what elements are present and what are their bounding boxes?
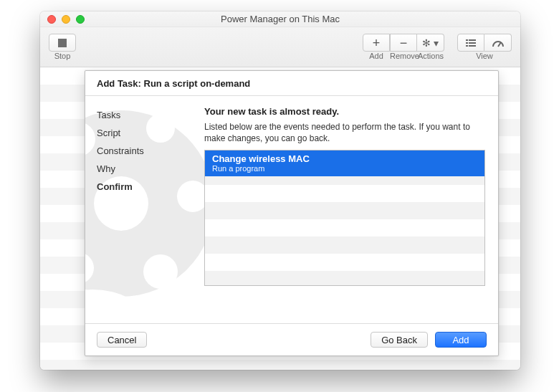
toolbar-remove-label: Remove — [390, 52, 417, 60]
wizard-step-tasks[interactable]: Tasks — [97, 106, 187, 124]
toolbar-view-gauge-button[interactable] — [484, 34, 512, 52]
toolbar-actions-label: Actions — [417, 52, 444, 60]
svg-rect-4 — [466, 45, 468, 47]
event-name: Change wireless MAC — [212, 153, 477, 164]
toolbar-add-button[interactable]: + — [363, 34, 390, 52]
events-list[interactable]: Change wireless MAC Run a program — [204, 150, 485, 286]
minus-icon: − — [400, 37, 408, 49]
event-subtitle: Run a program — [212, 164, 477, 173]
event-row[interactable]: Change wireless MAC Run a program — [205, 150, 484, 176]
go-back-button[interactable]: Go Back — [371, 332, 428, 348]
add-button[interactable]: Add — [435, 332, 487, 348]
svg-rect-3 — [469, 42, 476, 44]
svg-line-6 — [498, 42, 501, 47]
svg-rect-1 — [469, 39, 476, 41]
toolbar-remove-button[interactable]: − — [390, 34, 417, 52]
titlebar: Power Manager on This Mac — [40, 11, 520, 27]
wizard-description: Listed below are the events needed to pe… — [204, 121, 485, 144]
toolbar-actions-button[interactable]: ✻ ▾ — [417, 34, 444, 52]
wizard-main-panel: Your new task is almost ready. Listed be… — [199, 96, 498, 323]
svg-rect-2 — [466, 42, 468, 44]
wizard-steps-sidebar: Tasks Script Constraints Why Confirm — [85, 96, 199, 323]
wizard-heading: Your new task is almost ready. — [204, 106, 485, 117]
sheet-footer: Cancel Go Back Add — [85, 323, 498, 355]
wizard-step-why[interactable]: Why — [97, 160, 187, 178]
wizard-step-confirm[interactable]: Confirm — [97, 178, 187, 196]
list-view-icon — [464, 37, 477, 49]
wizard-step-constraints[interactable]: Constraints — [97, 142, 187, 160]
wizard-step-script[interactable]: Script — [97, 124, 187, 142]
toolbar-stop-label: Stop — [54, 52, 71, 60]
plus-icon: + — [373, 37, 381, 49]
stop-icon — [58, 39, 67, 47]
svg-rect-5 — [469, 45, 476, 47]
toolbar-add-label: Add — [363, 52, 390, 60]
add-task-sheet: Add Task: Run a script on-demand Tasks S… — [85, 70, 499, 356]
window-title: Power Manager on This Mac — [40, 14, 520, 24]
toolbar-stop[interactable]: Stop — [49, 34, 76, 60]
cancel-button[interactable]: Cancel — [97, 332, 147, 348]
toolbar-view-list-button[interactable] — [457, 34, 484, 52]
gauge-view-icon — [492, 37, 505, 49]
toolbar: Stop + − ✻ ▾ Add Remove Actions — [40, 27, 520, 67]
svg-rect-0 — [466, 39, 468, 41]
toolbar-view-label: View — [457, 52, 512, 60]
sheet-title: Add Task: Run a script on-demand — [85, 71, 498, 96]
gear-icon: ✻ ▾ — [422, 37, 439, 49]
app-window: Power Manager on This Mac Stop + − ✻ ▾ A… — [40, 11, 520, 370]
content-area: Add Task: Run a script on-demand Tasks S… — [40, 67, 520, 370]
